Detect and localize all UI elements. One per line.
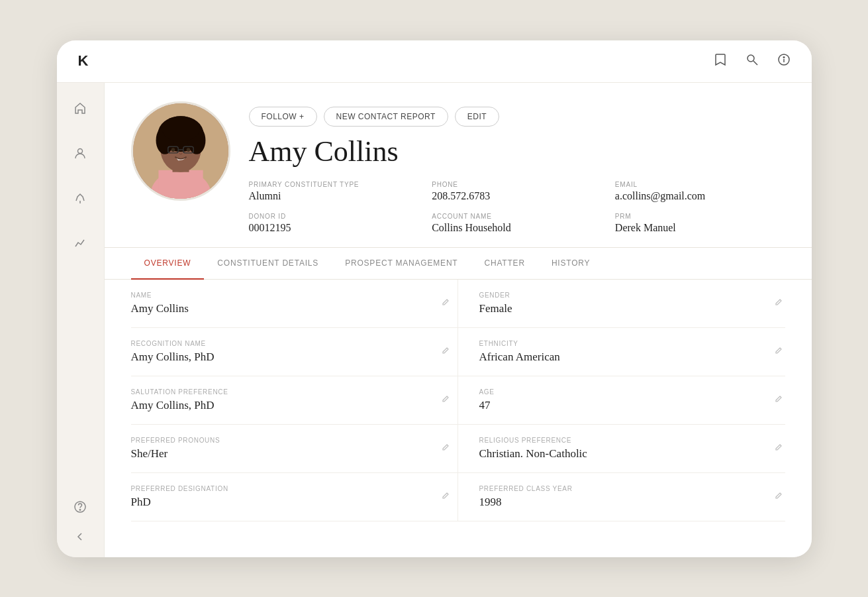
sidebar-bottom xyxy=(67,494,93,545)
profile-top: FOLLOW + NEW CONTACT REPORT EDIT Amy Col… xyxy=(131,101,785,247)
field-row-preferred-designation: PREFERRED DESIGNATION PhD xyxy=(131,473,458,521)
field-row-preferred-class-year: PREFERRED CLASS YEAR 1998 xyxy=(458,473,785,521)
profile-info: FOLLOW + NEW CONTACT REPORT EDIT Amy Col… xyxy=(249,101,785,247)
edit-field-icon[interactable] xyxy=(775,347,783,357)
field-label: PREFERRED PRONOUNS xyxy=(131,437,418,444)
field-value-account-name: Collins Household xyxy=(432,222,511,233)
top-icons xyxy=(714,52,791,70)
sidebar xyxy=(57,83,105,557)
field-value: 47 xyxy=(479,399,759,412)
svg-point-23 xyxy=(186,148,190,152)
profile-fields: PRIMARY CONSTITUENT TYPE Alumni PHONE 20… xyxy=(249,181,785,234)
field-label: PREFERRED DESIGNATION xyxy=(131,485,418,492)
collapse-sidebar-button[interactable] xyxy=(74,531,86,545)
edit-field-icon[interactable] xyxy=(775,298,783,309)
top-bar: K xyxy=(57,40,812,83)
field-phone: PHONE 208.572.6783 xyxy=(432,181,602,202)
field-value-donor-id: 00012195 xyxy=(249,222,291,233)
field-value-phone: 208.572.6783 xyxy=(432,190,490,201)
field-label: RECOGNITION NAME xyxy=(131,340,418,347)
edit-field-icon[interactable] xyxy=(442,347,450,357)
sidebar-item-home[interactable] xyxy=(67,95,93,121)
follow-button[interactable]: FOLLOW + xyxy=(249,107,317,127)
field-value: PhD xyxy=(131,496,418,509)
tab-constituent-details[interactable]: CONSTITUENT DETAILS xyxy=(204,248,332,280)
sidebar-item-constituents[interactable] xyxy=(67,140,93,166)
search-icon[interactable] xyxy=(746,53,759,70)
field-label: AGE xyxy=(479,388,759,396)
field-label-email: EMAIL xyxy=(615,181,785,188)
field-label: ETHNICITY xyxy=(479,340,759,347)
edit-field-icon[interactable] xyxy=(775,443,783,454)
field-label: RELIGIOUS PREFERENCE xyxy=(479,437,759,444)
field-label-primary-constituent-type: PRIMARY CONSTITUENT TYPE xyxy=(249,181,419,188)
field-account-name: ACCOUNT NAME Collins Household xyxy=(432,213,602,234)
avatar xyxy=(131,101,230,201)
field-label-prm: PRM xyxy=(615,213,785,220)
field-value: Christian. Non-Catholic xyxy=(479,447,759,461)
field-label-donor-id: DONOR ID xyxy=(249,213,419,220)
tab-overview[interactable]: OVERVIEW xyxy=(131,248,205,280)
field-row-ethnicity: ETHNICITY African American xyxy=(458,328,785,376)
edit-field-icon[interactable] xyxy=(775,492,783,502)
new-contact-report-button[interactable]: NEW CONTACT REPORT xyxy=(324,107,448,127)
field-primary-constituent-type: PRIMARY CONSTITUENT TYPE Alumni xyxy=(249,181,419,202)
sidebar-item-reports[interactable] xyxy=(67,230,93,256)
svg-point-4 xyxy=(783,56,785,58)
svg-point-18 xyxy=(162,116,200,141)
action-buttons: FOLLOW + NEW CONTACT REPORT EDIT xyxy=(249,107,785,127)
field-label-phone: PHONE xyxy=(432,181,602,188)
field-label: PREFERRED CLASS YEAR xyxy=(479,485,759,492)
field-value-prm: Derek Manuel xyxy=(615,222,676,233)
field-value: She/Her xyxy=(131,447,418,461)
profile-name: Amy Collins xyxy=(249,136,785,168)
field-value: Amy Collins, PhD xyxy=(131,351,418,364)
overview-fields-section: NAME Amy Collins GENDER Female RECOGNITI… xyxy=(105,280,812,521)
info-icon[interactable] xyxy=(777,53,791,70)
field-label: NAME xyxy=(131,292,418,299)
field-value: 1998 xyxy=(479,496,759,509)
edit-field-icon[interactable] xyxy=(775,395,783,406)
field-row-recognition-name: RECOGNITION NAME Amy Collins, PhD xyxy=(131,328,458,376)
field-value: Female xyxy=(479,302,759,315)
field-value: Amy Collins, PhD xyxy=(131,399,418,412)
main-layout: FOLLOW + NEW CONTACT REPORT EDIT Amy Col… xyxy=(57,83,812,557)
field-value-primary-constituent-type: Alumni xyxy=(249,190,281,201)
field-value: Amy Collins xyxy=(131,302,418,315)
field-donor-id: DONOR ID 00012195 xyxy=(249,213,419,234)
svg-point-0 xyxy=(747,55,754,62)
field-row-age: AGE 47 xyxy=(458,376,785,425)
svg-rect-12 xyxy=(158,170,203,198)
field-value-email: a.collins@gmail.com xyxy=(615,190,705,201)
field-row-name: NAME Amy Collins xyxy=(131,280,458,328)
tab-prospect-management[interactable]: PROSPECT MANAGEMENT xyxy=(332,248,471,280)
field-label: SALUTATION PREFERENCE xyxy=(131,388,418,396)
tabs-bar: OVERVIEW CONSTITUENT DETAILS PROSPECT MA… xyxy=(105,247,812,280)
fields-grid: NAME Amy Collins GENDER Female RECOGNITI… xyxy=(131,280,785,521)
tab-history[interactable]: HISTORY xyxy=(538,248,604,280)
svg-point-5 xyxy=(78,148,83,153)
field-email: EMAIL a.collins@gmail.com xyxy=(615,181,785,202)
content-area: FOLLOW + NEW CONTACT REPORT EDIT Amy Col… xyxy=(105,83,812,557)
svg-point-8 xyxy=(79,509,80,510)
bookmark-icon[interactable] xyxy=(714,52,727,70)
profile-header: FOLLOW + NEW CONTACT REPORT EDIT Amy Col… xyxy=(105,83,812,247)
field-row-salutation-preference: SALUTATION PREFERENCE Amy Collins, PhD xyxy=(131,376,458,425)
field-row-religious-preference: RELIGIOUS PREFERENCE Christian. Non-Cath… xyxy=(458,425,785,473)
edit-field-icon[interactable] xyxy=(442,443,450,454)
tab-chatter[interactable]: CHATTER xyxy=(471,248,538,280)
edit-button[interactable]: EDIT xyxy=(455,107,499,127)
sidebar-item-help[interactable] xyxy=(67,494,93,520)
svg-line-1 xyxy=(753,61,757,65)
sidebar-item-campaigns[interactable] xyxy=(67,185,93,211)
field-row-gender: GENDER Female xyxy=(458,280,785,328)
field-row-preferred-pronouns: PREFERRED PRONOUNS She/Her xyxy=(131,425,458,473)
app-logo: K xyxy=(78,52,88,70)
svg-point-22 xyxy=(171,148,175,152)
field-label: GENDER xyxy=(479,292,759,299)
field-prm: PRM Derek Manuel xyxy=(615,213,785,234)
field-label-account-name: ACCOUNT NAME xyxy=(432,213,602,220)
edit-field-icon[interactable] xyxy=(442,395,450,406)
edit-field-icon[interactable] xyxy=(442,298,450,309)
edit-field-icon[interactable] xyxy=(442,492,450,502)
